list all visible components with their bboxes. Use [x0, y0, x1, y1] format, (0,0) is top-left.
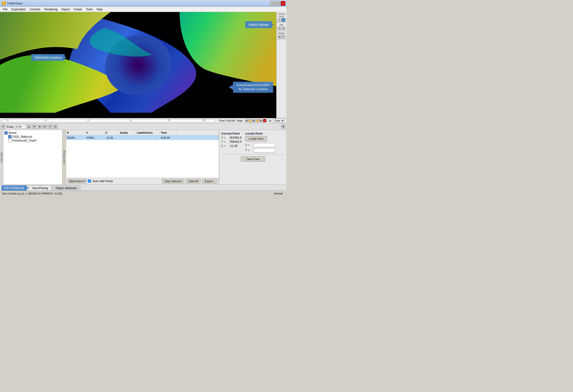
table-action-bar: Table Action ▾ Auto Add Points Clear Sel… — [66, 178, 219, 184]
status-mode: Normal — [272, 192, 285, 195]
tree-item-scene[interactable]: ✓ Scene — [4, 131, 61, 135]
edit-select-icon[interactable]: ⊕ — [282, 26, 286, 30]
current-y-row: Y = 769443.5 — [221, 140, 241, 143]
menu-file[interactable]: File — [1, 7, 9, 12]
timeline-ruler[interactable]: 0s 2s 4s 6s 8s 10s — [2, 119, 215, 122]
data-area: X Y Z Scalar Label/Action Time 36105... … — [66, 130, 219, 184]
cell-scalar — [119, 135, 136, 140]
exag-down-btn[interactable]: ▼ — [32, 124, 36, 129]
nav-prev-btn[interactable]: ◄ — [37, 124, 42, 129]
locate-y-label: Y = — [245, 149, 252, 152]
timeline-back-icon[interactable]: ⏪ — [249, 119, 252, 122]
display-layers-icon[interactable]: ≡ — [282, 35, 286, 39]
minimize-button[interactable]: ─ — [270, 1, 275, 6]
tree-check-bathy[interactable]: ✓ — [8, 135, 12, 138]
app-icon: F — [2, 1, 6, 5]
current-z-label: Z = — [221, 144, 228, 148]
col-header-scalar: Scalar — [119, 130, 136, 135]
nav-reset-btn[interactable]: ↺ — [48, 124, 52, 129]
exag-input[interactable] — [15, 125, 26, 129]
menu-create[interactable]: Create — [72, 7, 84, 12]
time-mode-select[interactable]: Time — [273, 119, 285, 123]
display-icons: ⊞ ≡ — [277, 34, 286, 39]
locate-x-label: X = — [245, 143, 252, 147]
tab-geo-picking[interactable]: Geo-Picking — [29, 185, 52, 191]
nav-next-btn[interactable]: ► — [43, 124, 47, 129]
status-bar: Geo Coords (x,y,z) -> (361054.9 4769443.… — [0, 191, 286, 196]
clear-point-button[interactable]: Clear Point — [241, 156, 265, 162]
toolbar-row: ✕ Exag: ▲ ▼ ◄ ► ↺ ⊡ ⊞ — [0, 123, 286, 130]
tree-item-bathy[interactable]: ✓ SS01_Bathy.sd — [8, 135, 61, 139]
nav-fit-btn[interactable]: ⊡ — [53, 124, 57, 129]
tree-check-chart[interactable] — [8, 139, 12, 142]
menu-help[interactable]: Help — [95, 7, 105, 12]
rate-value: 1s — [268, 119, 271, 122]
content-row: Data Sets ✓ Scene ✓ SS01_Bathy.sd Portsm… — [0, 130, 286, 184]
current-z-value: -11.92 — [229, 144, 238, 148]
panel-options-btn[interactable]: ⊞ — [281, 124, 286, 129]
current-x-row: X = 361054.9 — [221, 136, 241, 139]
titlebar: F Fledermaus ─ □ ✕ — [0, 0, 286, 7]
locate-point-title: Locate Point — [245, 132, 275, 135]
tree-panel: ✓ Scene ✓ SS01_Bathy.sd Portsmouth_Chart… — [3, 130, 62, 184]
menu-tools[interactable]: Tools — [84, 7, 95, 12]
export-button[interactable]: Export... — [202, 179, 217, 184]
locate-y-input[interactable] — [253, 148, 275, 152]
auto-add-checkbox[interactable] — [88, 180, 91, 183]
maximize-button[interactable]: □ — [275, 1, 280, 6]
rate-label: Rate: — [237, 119, 243, 122]
close-panel-btn[interactable]: ✕ — [1, 124, 5, 129]
terrain-canvas[interactable] — [0, 12, 276, 118]
edit-icons: ✎ ⊕ — [277, 26, 286, 31]
locate-x-input[interactable] — [253, 143, 275, 147]
locate-y-row: Y = — [245, 148, 275, 152]
crosshair: + — [60, 56, 62, 59]
timeline-fwd-icon[interactable]: ⏩ — [256, 119, 259, 122]
tabs-bar: Geo-Picking tab Geo-Picking Object Attri… — [0, 184, 286, 191]
timeline-end-icon[interactable]: ⏭ — [259, 119, 263, 122]
timeline-play-icon[interactable]: ▶ — [252, 119, 256, 122]
current-y-label: Y = — [221, 140, 228, 143]
table-action-dropdown[interactable]: Table Action ▾ — [68, 179, 86, 184]
current-point-section: Current Point X = 361054.9 Y = 769443.5 … — [221, 132, 241, 148]
tab-object-attributes[interactable]: Object Attributes — [52, 185, 81, 191]
edit-label: Edit — [277, 23, 286, 26]
data-table-header: X Y Z Scalar Label/Action Time — [66, 130, 219, 135]
window-title: Fledermaus — [7, 2, 22, 5]
tree-item-chart[interactable]: Portsmouth_Chart* — [8, 139, 61, 142]
exag-up-btn[interactable]: ▲ — [27, 124, 31, 129]
data-table-body[interactable]: 36105... 47694... -11.92 0:00.00 — [66, 135, 219, 178]
menu-import[interactable]: Import — [59, 7, 72, 12]
close-button[interactable]: ✕ — [281, 1, 286, 6]
cell-x: 36105... — [66, 135, 85, 140]
clear-selected-button[interactable]: Clear Selected — [161, 179, 184, 184]
table-row[interactable]: 36105... 47694... -11.92 0:00.00 — [66, 135, 219, 140]
cell-time: 0:00.00 — [160, 135, 177, 140]
edit-tool-icon[interactable]: ✎ — [277, 26, 281, 30]
clear-all-button[interactable]: Clear All — [186, 179, 201, 184]
info-divider — [221, 154, 285, 154]
camera-pan-icon[interactable]: ↖ — [277, 18, 281, 22]
col-header-time: Time — [160, 130, 177, 135]
tree-check-scene[interactable]: ✓ — [4, 131, 8, 135]
current-y-value: 769443.5 — [229, 140, 241, 143]
geo-picking-label-container: Geo-Picking — [62, 130, 66, 184]
menu-exploration[interactable]: Exploration — [9, 7, 28, 12]
current-point-title: Current Point — [221, 132, 241, 135]
display-label: Display — [277, 32, 286, 34]
menu-rendering[interactable]: Rendering — [42, 7, 59, 12]
timeline-record-icon[interactable]: ● — [263, 119, 267, 122]
display-section: Display ⊞ ≡ — [277, 31, 286, 40]
info-panel: Current Point X = 361054.9 Y = 769443.5 … — [219, 130, 286, 184]
window-controls: ─ □ ✕ — [270, 1, 286, 6]
current-x-value: 361054.9 — [229, 136, 241, 139]
cell-label-action — [136, 135, 160, 140]
locate-point-button[interactable]: Locate Point — [245, 136, 267, 141]
camera-rotate-icon[interactable]: ↻ — [282, 18, 286, 22]
timeline-start-icon[interactable]: ⏮ — [245, 119, 248, 122]
menu-controls[interactable]: Controls — [28, 7, 42, 12]
viewport[interactable]: Selected Location Coordinates/Informatio… — [0, 12, 286, 118]
main-container: Selected Location Coordinates/Informatio… — [0, 12, 286, 196]
display-grid-icon[interactable]: ⊞ — [277, 35, 281, 39]
bottom-panel: ✕ Exag: ▲ ▼ ◄ ► ↺ ⊡ ⊞ Data Sets ✓ Scene — [0, 123, 286, 191]
